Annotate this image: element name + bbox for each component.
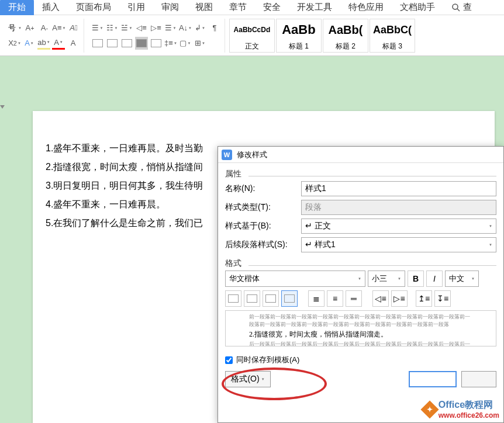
align-center-dlg[interactable] bbox=[244, 290, 260, 307]
tab-layout[interactable]: 页面布局 bbox=[68, 0, 119, 15]
paragraph-button[interactable]: ¶ bbox=[208, 22, 221, 34]
align-right-button[interactable] bbox=[120, 37, 133, 50]
chevron-down-icon: ▼ bbox=[489, 224, 492, 228]
bullet-list-button[interactable]: ☰▼ bbox=[91, 22, 104, 34]
svg-point-0 bbox=[453, 4, 458, 9]
spacing-normal-dlg[interactable]: ≡ bbox=[327, 290, 343, 307]
font-effects-button[interactable]: A▼ bbox=[23, 37, 36, 50]
sort-alt-button[interactable]: ☰▼ bbox=[164, 22, 177, 34]
char-shading-button[interactable]: A bbox=[67, 37, 80, 50]
tab-chapter[interactable]: 章节 bbox=[221, 0, 255, 15]
align-center-button[interactable] bbox=[106, 37, 119, 50]
cancel-button[interactable] bbox=[461, 371, 496, 387]
watermark: ✦ Office教程网 www.office26.com bbox=[423, 399, 499, 419]
ribbon-toolbar: 号 ▼ A+ A- A≡▼ A⃠ X2▼ A▼ ab▼ A▼ A ☰▼ ☷▼ ☱… bbox=[0, 15, 504, 56]
font-size-label: 号 bbox=[8, 23, 16, 33]
office-icon: ✦ bbox=[420, 400, 439, 418]
tab-special[interactable]: 特色应用 bbox=[340, 0, 392, 15]
indent-decrease-dlg[interactable]: ◁≡ bbox=[372, 290, 389, 307]
svg-line-1 bbox=[457, 9, 460, 11]
indent-increase-dlg[interactable]: ▷≡ bbox=[391, 290, 408, 307]
increase-indent-button[interactable]: ▷≡ bbox=[150, 22, 163, 34]
change-case-button[interactable]: A≡▼ bbox=[53, 22, 65, 34]
sort-button[interactable]: A↓▼ bbox=[179, 22, 192, 34]
select-style-base[interactable]: ↵ 正文▼ bbox=[301, 219, 496, 234]
ok-button[interactable] bbox=[409, 371, 457, 387]
decrease-font-button[interactable]: A- bbox=[38, 22, 51, 34]
align-distribute-button[interactable] bbox=[150, 37, 163, 50]
tab-devtools[interactable]: 开发工具 bbox=[289, 0, 340, 15]
italic-button[interactable]: I bbox=[426, 271, 443, 287]
number-list-button[interactable]: ☷▼ bbox=[106, 22, 119, 34]
label-next: 后续段落样式(S): bbox=[225, 240, 295, 250]
checkbox-save-template[interactable] bbox=[225, 356, 233, 364]
style-heading1[interactable]: AaBb 标题 1 bbox=[276, 19, 322, 53]
shading-button[interactable]: ▢▼ bbox=[179, 37, 192, 50]
style-preview: 前一段落前一段落前一段落前一段落前一段落前一段落前一段落前一段落前一段落前一段落… bbox=[225, 310, 496, 346]
superscript-button[interactable]: X2▼ bbox=[8, 37, 21, 50]
search-icon bbox=[451, 3, 461, 12]
tab-view[interactable]: 视图 bbox=[187, 0, 221, 15]
select-lang[interactable]: 中文▼ bbox=[445, 271, 479, 287]
input-style-name[interactable] bbox=[301, 181, 496, 196]
ribbon-tabs: 开始 插入 页面布局 引用 审阅 视图 章节 安全 开发工具 特色应用 文档助手… bbox=[0, 0, 504, 15]
dialog-title: 修改样式 bbox=[237, 150, 267, 160]
borders-button[interactable]: ⊞▼ bbox=[194, 37, 206, 50]
label-name: 名称(N): bbox=[225, 183, 295, 194]
style-heading3[interactable]: AaBbC( 标题 3 bbox=[370, 19, 415, 53]
line-spacing-button[interactable]: ‡≡▼ bbox=[164, 37, 177, 50]
format-menu-button[interactable]: 格式(O)▼ bbox=[225, 371, 271, 387]
highlight-button[interactable]: ab▼ bbox=[37, 37, 50, 50]
dialog-titlebar[interactable]: W 修改样式 bbox=[218, 147, 503, 163]
tab-start[interactable]: 开始 bbox=[0, 0, 34, 15]
label-type: 样式类型(T): bbox=[225, 202, 295, 213]
show-marks-button[interactable]: ↲▼ bbox=[194, 22, 206, 34]
align-left-dlg[interactable] bbox=[225, 290, 241, 307]
spacing-loose-dlg[interactable]: ≣ bbox=[308, 290, 325, 307]
dropdown-icon[interactable]: ▼ bbox=[18, 26, 22, 30]
select-style-type: 段落 bbox=[301, 200, 496, 215]
decrease-indent-button[interactable]: ◁≡ bbox=[135, 22, 148, 34]
app-icon: W bbox=[222, 150, 232, 160]
tab-search[interactable]: 查 bbox=[443, 0, 480, 15]
align-justify-button[interactable] bbox=[135, 37, 148, 50]
clear-format-button[interactable]: A⃠ bbox=[67, 22, 80, 34]
para-after-dlg[interactable]: ↧≡ bbox=[434, 290, 451, 307]
para-before-dlg[interactable]: ↥≡ bbox=[416, 290, 432, 307]
tab-review[interactable]: 审阅 bbox=[153, 0, 187, 15]
style-gallery: AaBbCcDd 正文 AaBb 标题 1 AaBb( 标题 2 AaBbC( … bbox=[229, 19, 416, 53]
align-left-button[interactable] bbox=[91, 37, 104, 50]
tab-insert[interactable]: 插入 bbox=[34, 0, 68, 15]
align-right-dlg[interactable] bbox=[263, 290, 279, 307]
multilevel-list-button[interactable]: ☱▼ bbox=[120, 22, 133, 34]
increase-font-button[interactable]: A+ bbox=[23, 22, 36, 34]
ruler-marker-left[interactable] bbox=[0, 105, 5, 110]
spacing-tight-dlg[interactable]: ═ bbox=[346, 290, 362, 307]
font-color-button[interactable]: A▼ bbox=[52, 37, 65, 50]
tab-doc-helper[interactable]: 文档助手 bbox=[392, 0, 443, 15]
select-style-next[interactable]: ↵ 样式1▼ bbox=[301, 237, 496, 252]
select-font[interactable]: 华文楷体▼ bbox=[225, 271, 365, 287]
chevron-down-icon: ▼ bbox=[489, 243, 492, 247]
style-normal[interactable]: AaBbCcDd 正文 bbox=[229, 19, 275, 53]
section-format: 格式 bbox=[225, 258, 496, 269]
tab-reference[interactable]: 引用 bbox=[119, 0, 153, 15]
label-base: 样式基于(B): bbox=[225, 221, 295, 231]
select-size[interactable]: 小三▼ bbox=[368, 271, 405, 287]
style-heading2[interactable]: AaBb( 标题 2 bbox=[323, 19, 368, 53]
align-justify-dlg[interactable] bbox=[281, 290, 298, 307]
bold-button[interactable]: B bbox=[408, 271, 424, 287]
section-attributes: 属性 bbox=[225, 169, 496, 179]
modify-style-dialog: W 修改样式 属性 名称(N): 样式类型(T): 段落 样式基于(B): ↵ … bbox=[218, 146, 504, 423]
tab-security[interactable]: 安全 bbox=[255, 0, 289, 15]
checkbox-label: 同时保存到模板(A) bbox=[236, 355, 299, 365]
